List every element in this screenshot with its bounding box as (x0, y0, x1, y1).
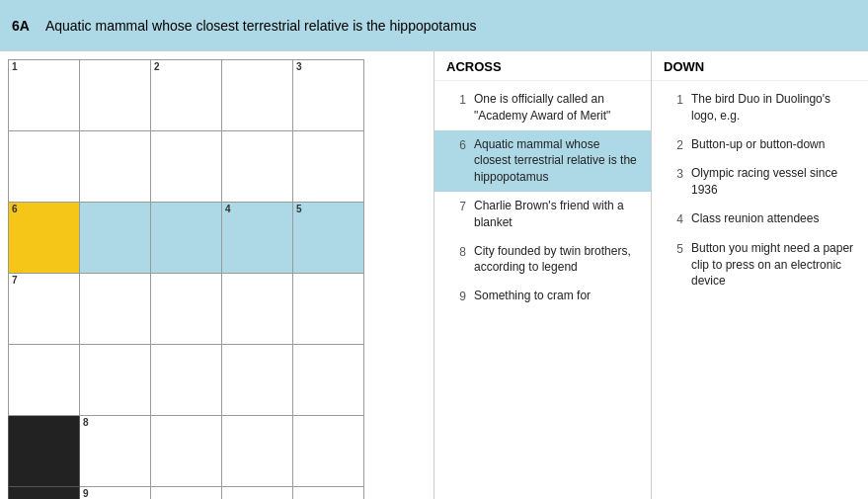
down-clue-item[interactable]: 3Olympic racing vessel since 1936 (652, 159, 868, 205)
clue-number: 9 (446, 288, 466, 305)
grid-cell[interactable]: 1 (9, 60, 80, 131)
clue-number: 2 (664, 136, 683, 154)
across-clue-item[interactable]: 9Something to cram for (434, 282, 651, 311)
across-clue-item[interactable]: 6Aquatic mammal whose closest terrestria… (434, 130, 651, 192)
clue-text: Charlie Brown's friend with a blanket (474, 198, 639, 231)
grid-cell[interactable] (151, 131, 222, 203)
across-panel: ACROSS 1One is officially called an "Aca… (434, 51, 652, 499)
clue-text: The bird Duo in Duolingo's logo, e.g. (691, 91, 856, 125)
across-clue-item[interactable]: 7Charlie Brown's friend with a blanket (434, 192, 651, 237)
down-clue-item[interactable]: 2Button-up or button-down (652, 130, 868, 160)
across-clue-list[interactable]: 1One is officially called an "Academy Aw… (434, 81, 651, 499)
clue-text: Button you might need a paper clip to pr… (691, 240, 856, 290)
cell-number: 9 (83, 489, 89, 499)
cell-number: 8 (83, 418, 89, 428)
cell-number: 5 (296, 205, 302, 214)
grid-cell[interactable] (151, 345, 222, 416)
grid-cell[interactable] (222, 131, 293, 203)
grid-cell[interactable] (80, 274, 151, 345)
grid-cell[interactable] (151, 274, 222, 345)
grid-cell[interactable] (9, 345, 80, 416)
grid-cell[interactable]: 2 (151, 60, 222, 131)
grid-cell[interactable] (9, 131, 80, 203)
grid-cell[interactable] (151, 416, 222, 487)
grid-cell[interactable]: 6 (9, 203, 80, 274)
grid-cell[interactable]: 9 (80, 487, 151, 500)
down-panel: DOWN 1The bird Duo in Duolingo's logo, e… (652, 51, 868, 499)
down-clue-list[interactable]: 1The bird Duo in Duolingo's logo, e.g.2B… (652, 81, 868, 499)
grid-cell[interactable] (222, 487, 293, 500)
cell-number: 1 (12, 62, 18, 72)
clue-text: Class reunion attendees (691, 210, 819, 228)
grid-cell[interactable] (293, 416, 364, 487)
grid-cell[interactable] (293, 274, 364, 345)
grid-cell[interactable]: 4 (222, 203, 293, 274)
grid-cell[interactable] (151, 203, 222, 274)
grid-cell[interactable]: 3 (293, 60, 364, 131)
grid-cell[interactable] (222, 345, 293, 416)
grid-cell[interactable] (293, 345, 364, 416)
grid-cell[interactable] (151, 487, 222, 500)
grid-cell[interactable] (9, 416, 80, 487)
across-clue-item[interactable]: 1One is officially called an "Academy Aw… (434, 85, 651, 130)
clue-header-text: Aquatic mammal whose closest terrestrial… (45, 18, 477, 34)
crossword-grid: 123645789 (8, 59, 364, 499)
clue-number: 5 (664, 240, 683, 290)
grid-cell[interactable] (80, 345, 151, 416)
clue-text: Aquatic mammal whose closest terrestrial… (474, 136, 639, 186)
grid-cell[interactable] (222, 60, 293, 131)
clue-number: 1 (446, 91, 466, 125)
main-content: 123645789 ACROSS 1One is officially call… (0, 51, 868, 499)
clue-text: City founded by twin brothers, according… (474, 243, 639, 277)
grid-cell[interactable]: 7 (9, 274, 80, 345)
grid-cell[interactable] (9, 487, 80, 500)
across-panel-header: ACROSS (434, 51, 651, 81)
across-clue-item[interactable]: 8City founded by twin brothers, accordin… (434, 237, 651, 283)
grid-cell[interactable] (293, 487, 364, 500)
cell-number: 4 (225, 205, 231, 214)
grid-cell[interactable]: 5 (293, 203, 364, 274)
clue-number: 1 (664, 91, 683, 125)
down-clue-item[interactable]: 5Button you might need a paper clip to p… (652, 234, 868, 295)
clue-text: One is officially called an "Academy Awa… (474, 91, 639, 125)
down-clue-item[interactable]: 4Class reunion attendees (652, 205, 868, 234)
down-clue-item[interactable]: 1The bird Duo in Duolingo's logo, e.g. (652, 85, 868, 130)
grid-cell[interactable] (222, 274, 293, 345)
clue-text: Olympic racing vessel since 1936 (691, 165, 856, 199)
cell-number: 2 (154, 62, 160, 72)
clue-number: 7 (446, 198, 466, 231)
clue-header-number: 6A (12, 18, 30, 34)
clue-text: Something to cram for (474, 288, 591, 305)
cell-number: 3 (296, 62, 302, 72)
clue-panels: ACROSS 1One is officially called an "Aca… (434, 51, 868, 499)
grid-cell[interactable] (80, 60, 151, 131)
clue-header: 6A Aquatic mammal whose closest terrestr… (0, 0, 868, 51)
grid-cell[interactable]: 8 (80, 416, 151, 487)
grid-cell[interactable] (80, 131, 151, 203)
down-panel-header: DOWN (652, 51, 868, 81)
grid-cell[interactable] (222, 416, 293, 487)
grid-cell[interactable] (80, 203, 151, 274)
clue-number: 8 (446, 243, 466, 277)
grid-container: 123645789 (0, 51, 434, 499)
clue-text: Button-up or button-down (691, 136, 825, 154)
clue-number: 3 (664, 165, 683, 199)
cell-number: 7 (12, 276, 18, 286)
grid-cell[interactable] (293, 131, 364, 203)
clue-number: 6 (446, 136, 466, 186)
clue-number: 4 (664, 210, 683, 228)
cell-number: 6 (12, 205, 18, 214)
